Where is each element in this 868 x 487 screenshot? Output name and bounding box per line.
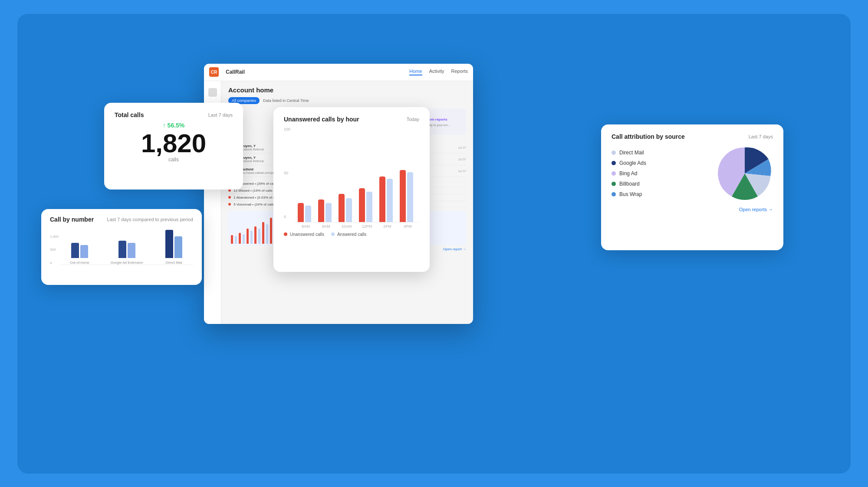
legend-label: Billboard xyxy=(619,181,640,187)
x-label: 2PM xyxy=(379,224,395,229)
chart-bars xyxy=(294,127,419,222)
nav-reports[interactable]: Reports xyxy=(451,69,468,75)
activity-time: Jul 07 xyxy=(458,146,466,149)
bars-area: Out-of-home Google Ad Extension xyxy=(60,226,193,265)
card-period: Last 7 days xyxy=(749,134,773,139)
bar-previous xyxy=(174,236,182,258)
legend-circle-google-ads xyxy=(612,161,616,165)
card-title: Call by number xyxy=(50,216,94,223)
outer-frame: CR CallRail Home Activity Reports Accoun… xyxy=(17,14,851,474)
call-attribution-card: Call attribution by source Last 7 days D… xyxy=(601,124,783,250)
bar-group xyxy=(318,199,334,222)
legend-row: Direct Mail xyxy=(612,150,710,156)
total-calls-card: Total calls Last 7 days ↑ 56.5% 1,820 ca… xyxy=(104,103,243,190)
legend-item: Answered calls xyxy=(331,232,366,237)
legend-circle-billboard xyxy=(612,182,616,186)
bar-group xyxy=(339,194,355,222)
bar-unanswered xyxy=(318,199,324,222)
card-header: Total calls Last 7 days xyxy=(115,111,233,118)
card-header: Unanswered calls by hour Today xyxy=(284,116,419,123)
browser-brand: CallRail xyxy=(226,69,245,75)
callrail-logo: CR xyxy=(209,67,219,77)
bar-column-label: Out-of-home xyxy=(70,261,89,265)
bar-current xyxy=(118,241,126,258)
card-header: Call attribution by source Last 7 days xyxy=(612,133,773,140)
bar-answered xyxy=(387,179,393,222)
chart-area: 100 50 0 xyxy=(284,127,419,235)
nav-home[interactable]: Home xyxy=(409,69,422,75)
bar-previous xyxy=(128,243,135,258)
bar-unanswered xyxy=(298,203,304,222)
bar-column-label: Google Ad Extension xyxy=(111,261,143,265)
mini-bar xyxy=(243,234,245,244)
bar-group xyxy=(379,176,395,222)
legend-row: Bing Ad xyxy=(612,170,710,176)
bar-answered xyxy=(326,203,332,222)
mini-bar xyxy=(266,224,268,244)
card-period: Today xyxy=(407,117,419,122)
bar-unanswered xyxy=(339,194,345,222)
activity-time: Jul 07 xyxy=(458,170,466,173)
activity-time: Jul 07 xyxy=(458,158,466,161)
legend-label: Direct Mail xyxy=(619,150,644,156)
browser-titlebar: CR CallRail Home Activity Reports xyxy=(204,64,473,81)
x-label: 12PM xyxy=(359,224,375,229)
legend-item: Unanswered calls xyxy=(284,232,324,237)
filter-row: All companies Data listed in Central Tim… xyxy=(228,97,466,104)
bar-current xyxy=(71,243,79,258)
bar-column: Google Ad Extension xyxy=(108,228,146,265)
nav-activity[interactable]: Activity xyxy=(429,69,444,75)
card-period: Last 7 days xyxy=(208,112,233,118)
legend-row: Google Ads xyxy=(612,160,710,166)
card-period: Last 7 days compared to previous period xyxy=(107,217,193,222)
x-label: 8AM xyxy=(318,224,334,229)
y-axis-labels: 1,000 500 0 xyxy=(50,235,60,265)
open-reports-link[interactable]: Open reports → xyxy=(612,207,773,212)
mini-bar xyxy=(235,236,237,244)
mini-bar xyxy=(250,231,253,244)
dot-icon xyxy=(228,189,231,192)
bar-unanswered xyxy=(400,170,406,222)
attribution-body: Direct Mail Google Ads Bing Ad Billboard… xyxy=(612,145,773,202)
bar-column-label: Direct Mail xyxy=(166,261,182,265)
total-calls-label: calls xyxy=(115,157,233,163)
legend-row: Bus Wrap xyxy=(612,191,710,197)
legend-circle-bing-ad xyxy=(612,171,616,176)
dot-icon xyxy=(228,203,231,206)
legend-circle-direct-mail xyxy=(612,150,616,155)
total-calls-number: 1,820 xyxy=(115,131,233,157)
sidebar-icon-1[interactable] xyxy=(208,88,217,97)
x-label: 4PM xyxy=(400,224,416,229)
unanswered-calls-card: Unanswered calls by hour Today 100 50 0 xyxy=(273,107,430,272)
bar-pair xyxy=(71,228,88,258)
bar-pair xyxy=(118,228,135,258)
bar-pair xyxy=(165,228,182,258)
time-label: Data listed in Central Time xyxy=(263,98,309,103)
bar-current xyxy=(165,230,173,258)
card-header: Call by number Last 7 days compared to p… xyxy=(50,216,193,223)
y-label: 50 xyxy=(284,171,290,175)
dot-icon xyxy=(228,196,231,199)
mini-bar xyxy=(231,235,233,244)
total-calls-change: ↑ 56.5% xyxy=(115,122,233,129)
bar-group xyxy=(359,188,375,222)
y-label: 100 xyxy=(284,127,290,131)
bar-chart-horizontal: Out-of-home Google Ad Extension xyxy=(60,230,193,265)
legend-label: Bus Wrap xyxy=(619,191,642,197)
mini-bar xyxy=(239,233,241,244)
mini-bar xyxy=(258,229,260,244)
legend-dot-icon xyxy=(331,232,335,236)
legend-row: Billboard xyxy=(612,181,710,187)
legend-label: Google Ads xyxy=(619,160,646,166)
mini-bar xyxy=(270,218,272,244)
page-title: Account home xyxy=(228,86,466,94)
bar-column: Direct Mail xyxy=(155,228,193,265)
y-label: 0 xyxy=(284,215,290,219)
card-title: Total calls xyxy=(115,111,144,118)
x-label: 6AM xyxy=(298,224,314,229)
bar-answered xyxy=(407,172,413,222)
bar-previous xyxy=(80,245,88,258)
pie-chart xyxy=(717,145,773,202)
bar-answered xyxy=(305,206,311,222)
bar-answered xyxy=(366,192,372,222)
